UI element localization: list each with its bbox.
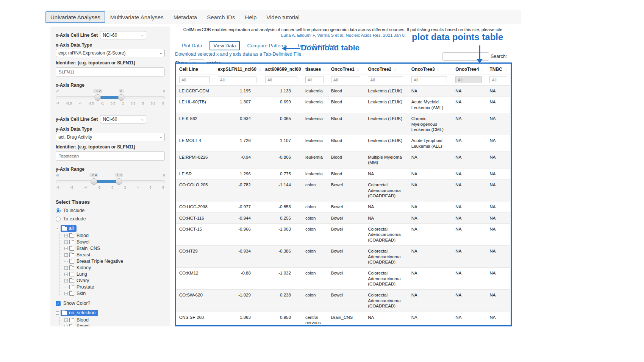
column-filter-tnbc[interactable] xyxy=(489,76,506,83)
include-radio-row[interactable]: To include xyxy=(56,208,165,213)
x-range-slider[interactable]: -78-1.22-7-5.5-4-2.5-10.523.556.58 xyxy=(56,89,165,109)
tree-item-bowel[interactable]: +Bowel xyxy=(64,324,165,326)
slider-handle-high[interactable] xyxy=(116,178,122,185)
y-range-slider[interactable]: -88-2.41.3-8-6-4-202468 xyxy=(56,173,165,193)
x-cell-line-set-select[interactable]: NCI-60 ⌄ xyxy=(100,31,146,39)
table-row[interactable]: CO:HT29-0.934-0.386colonBowelColorectal … xyxy=(176,246,510,268)
expand-icon[interactable]: + xyxy=(64,234,68,237)
tree-item-breast-triple-negative[interactable]: Breast Triple Negative xyxy=(64,259,165,264)
table-row[interactable]: CO:HCT-116-0.9440.255colonBowelNANANANA xyxy=(176,212,510,223)
column-filter-oncotree2[interactable] xyxy=(368,76,403,83)
download-tab-delimited-link[interactable]: Download selected x and y axis data as a… xyxy=(175,51,301,57)
table-row[interactable]: CO:KM12-0.88-1.032colonBowelColorectal A… xyxy=(176,268,510,290)
tab-view-data[interactable]: View Data xyxy=(209,41,239,50)
slider-handle-low[interactable] xyxy=(95,94,101,101)
column-header-oncotree4[interactable]: OncoTree4↑↓ xyxy=(452,64,486,75)
table-row[interactable]: LE:CCRF-CEM1.1951.133leukemiaBloodLeukem… xyxy=(176,86,510,97)
column-header-expslfn11-nci60[interactable]: expSLFN11_nci60↑↓ xyxy=(215,64,262,75)
column-filter-act609699-nci60[interactable] xyxy=(265,76,297,83)
tree-item-ovary[interactable]: +Ovary xyxy=(64,278,165,283)
show-color-row[interactable]: ✓ Show Color? xyxy=(56,301,165,306)
cell-oncotree4: NA xyxy=(452,290,486,312)
collapse-icon[interactable]: − xyxy=(56,227,59,230)
nav-item-metadata[interactable]: Metadata xyxy=(169,11,202,23)
column-filter-oncotree4[interactable] xyxy=(455,76,482,83)
column-filter-tissues[interactable] xyxy=(305,76,324,83)
column-filter-oncotree3[interactable] xyxy=(411,76,447,83)
table-row[interactable]: CO:COLO 205-0.782-1.144colonBowelColorec… xyxy=(176,179,510,201)
table-row[interactable]: CO:SW-620-1.0290.238colonBowelColorectal… xyxy=(176,290,510,312)
cell-oncotree4: NA xyxy=(452,224,486,246)
expand-icon[interactable]: + xyxy=(64,279,68,282)
exclude-radio[interactable] xyxy=(56,217,61,222)
x-identifier-input[interactable] xyxy=(56,67,165,76)
tree-item-kidney[interactable]: +Kidney xyxy=(64,265,165,270)
tree-item-skin[interactable]: +Skin xyxy=(64,291,165,296)
table-row[interactable]: CO:HCT-15-0.966-1.003colonBowelColorecta… xyxy=(176,224,510,246)
slider-handle-low[interactable] xyxy=(91,178,97,185)
filter-cell xyxy=(262,75,302,86)
expand-icon[interactable]: + xyxy=(64,325,68,327)
column-header-tnbc[interactable]: TNBC↑↓ xyxy=(486,64,510,75)
collapse-icon[interactable]: − xyxy=(56,311,59,315)
y-identifier-input[interactable] xyxy=(56,151,165,161)
column-filter-expslfn11-nci60[interactable] xyxy=(218,76,256,83)
tree-item-breast[interactable]: +Breast xyxy=(64,252,165,257)
include-radio[interactable] xyxy=(56,208,61,213)
table-row[interactable]: LE:MOLT-41.7261.107leukemiaBloodLeukemia… xyxy=(176,135,510,152)
y-data-type-select[interactable]: act: Drug Activity ⌄ xyxy=(56,133,165,141)
expand-icon[interactable]: + xyxy=(64,273,68,276)
column-header-oncotree3[interactable]: OncoTree3↑↓ xyxy=(408,64,453,75)
table-row[interactable]: LE:RPMI-8226-0.94-0.806leukemiaBloodMult… xyxy=(176,152,510,169)
sort-icon[interactable]: ↑↓ xyxy=(356,67,359,72)
tree-item-lung[interactable]: +Lung xyxy=(64,272,165,277)
table-row[interactable]: LE:SR1.2960.775leukemiaBloodNANANANA xyxy=(176,168,510,179)
sort-icon[interactable]: ↑↓ xyxy=(258,67,261,72)
slider-tick: 0 xyxy=(111,186,113,189)
expand-icon[interactable]: + xyxy=(64,266,68,270)
expand-icon[interactable]: + xyxy=(64,247,68,250)
tree-item-blood[interactable]: +Blood xyxy=(64,233,165,238)
column-header-oncotree2[interactable]: OncoTree2↑↓ xyxy=(365,64,408,75)
nav-item-video-tutorial[interactable]: Video tutorial xyxy=(261,11,304,23)
tree-item-bowel[interactable]: +Bowel xyxy=(64,239,165,245)
table-row[interactable]: CNS:SF-2681.8630.958central nervous syst… xyxy=(176,312,510,326)
cell-cell-line: CO:KM12 xyxy=(176,268,215,290)
nav-item-univariate-analyses[interactable]: Univariate Analyses xyxy=(45,11,105,23)
tree-item-blood[interactable]: +Blood xyxy=(64,317,165,323)
tree-root-no-selection[interactable]: no_selection xyxy=(61,310,98,316)
y-cell-line-set-select[interactable]: NCI-60 ⌄ xyxy=(100,115,146,123)
column-header-tissues[interactable]: tissues↑↓ xyxy=(302,64,328,75)
sort-icon[interactable]: ↑↓ xyxy=(200,67,202,72)
sort-icon[interactable]: ↑↓ xyxy=(393,67,395,72)
nav-item-search-ids[interactable]: Search IDs xyxy=(202,11,240,23)
column-header-label: act609699_nci60 xyxy=(265,67,301,72)
tab-plot-data[interactable]: Plot Data xyxy=(180,41,204,50)
table-row[interactable]: CO:HCC-2998-0.977-0.853colonBowelNANANAN… xyxy=(176,201,510,212)
tree-root-all[interactable]: all xyxy=(61,225,77,232)
column-header-cell-line[interactable]: Cell Line↑↓ xyxy=(176,64,215,75)
sort-icon[interactable]: ↑↓ xyxy=(323,67,325,72)
table-row[interactable]: LE:HL-60(TB)1.3070.699leukemiaBloodLeuke… xyxy=(176,97,510,113)
column-filter-oncotree1[interactable] xyxy=(331,76,360,83)
show-color-checkbox[interactable]: ✓ xyxy=(56,301,61,306)
nav-item-help[interactable]: Help xyxy=(240,11,261,23)
table-row[interactable]: LE:K-562-0.9340.065leukemiaBloodLeukemia… xyxy=(176,113,510,135)
column-header-oncotree1[interactable]: OncoTree1↑↓ xyxy=(328,64,365,75)
expand-icon[interactable]: + xyxy=(64,240,68,244)
expand-icon[interactable]: + xyxy=(64,318,68,322)
column-filter-cell-line[interactable] xyxy=(179,76,210,83)
sort-icon[interactable]: ↑↓ xyxy=(481,67,483,72)
expand-icon[interactable]: + xyxy=(64,253,68,257)
nav-item-multivariate-analyses[interactable]: Multivariate Analyses xyxy=(105,11,169,23)
tree-item-prostate[interactable]: Prostate xyxy=(64,284,165,290)
exclude-radio-row[interactable]: To exclude xyxy=(56,216,165,222)
sort-icon[interactable]: ↑↓ xyxy=(504,67,506,72)
sort-icon[interactable]: ↑↓ xyxy=(437,67,439,72)
slider-handle-high[interactable] xyxy=(118,94,124,101)
tree-item-brain-cns[interactable]: +Brain_CNS xyxy=(64,246,165,251)
cell-oncotree2: Leukemia (LEUK) xyxy=(365,86,408,97)
expand-icon[interactable]: + xyxy=(64,292,68,295)
x-data-type-select[interactable]: exp: mRNA Expression (Z-Score) ⌄ xyxy=(56,49,165,57)
column-header-act609699-nci60[interactable]: act609699_nci60↑↓ xyxy=(262,64,302,75)
